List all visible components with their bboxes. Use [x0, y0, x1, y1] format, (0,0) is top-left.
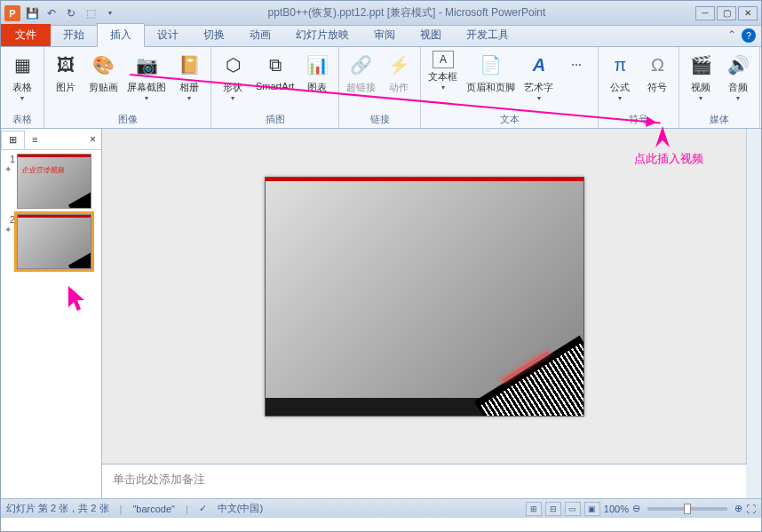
group-images: 🖼图片 🎨剪贴画 📷屏幕截图▾ 📔相册▾ 图像 — [44, 47, 211, 128]
group-label: 链接 — [343, 111, 417, 128]
annotation-cursor-1 — [67, 284, 88, 313]
barcode-graphic — [473, 335, 583, 416]
tab-developer[interactable]: 开发工具 — [454, 24, 521, 46]
zoom-slider[interactable] — [647, 507, 727, 511]
outline-tab[interactable]: ≡ — [25, 131, 44, 147]
chevron-down-icon: ▾ — [736, 94, 740, 102]
hyperlink-icon: 🔗 — [347, 51, 376, 79]
headerfooter-button[interactable]: 📄页眉和页脚 — [463, 49, 519, 96]
animation-icon: ✦ — [4, 225, 17, 234]
status-slide: 幻灯片 第 2 张，共 2 张 — [6, 502, 109, 515]
panel-tabs: ⊞ ≡ × — [1, 129, 101, 150]
thumb-row[interactable]: 2✦ — [4, 214, 98, 269]
clipart-button[interactable]: 🎨剪贴画 — [85, 49, 122, 96]
chevron-down-icon: ▾ — [231, 94, 234, 102]
vertical-scrollbar[interactable] — [746, 129, 761, 465]
group-media: 🎬视频▾ 🔊音频▾ 媒体 — [679, 47, 760, 128]
equation-button[interactable]: π公式▾ — [602, 49, 638, 104]
tab-design[interactable]: 设计 — [145, 24, 191, 46]
thumb-1[interactable]: 企业宣传视频 — [17, 154, 91, 209]
slide-editor[interactable] — [102, 129, 746, 465]
help-area: ⌃ ? — [727, 28, 756, 43]
video-button[interactable]: 🎬视频▾ — [683, 49, 718, 104]
status-lang[interactable]: 中文(中国) — [218, 502, 263, 515]
chevron-down-icon: ▾ — [20, 94, 24, 102]
statusbar: 幻灯片 第 2 张，共 2 张 | "barcode" | ✓ 中文(中国) ⊞… — [1, 498, 761, 518]
window-title: pptB0++(恢复).ppt12.ppt [兼容模式] - Microsoft… — [118, 5, 695, 20]
zoom-in-button[interactable]: ⊕ — [734, 503, 742, 514]
equation-icon: π — [606, 51, 634, 79]
tab-animation[interactable]: 动画 — [237, 24, 283, 46]
spellcheck-icon[interactable]: ✓ — [199, 503, 207, 514]
wordart-button[interactable]: A艺术字▾ — [520, 49, 557, 104]
chevron-down-icon: ▾ — [441, 83, 445, 91]
shapes-icon: ⬡ — [218, 51, 247, 79]
chart-icon: 📊 — [303, 51, 331, 79]
thumb-number: 2 — [4, 214, 17, 225]
titlebar: P 💾 ↶ ↻ ⬚ ▾ pptB0++(恢复).ppt12.ppt [兼容模式]… — [1, 1, 761, 26]
tab-view[interactable]: 视图 — [408, 24, 454, 46]
hyperlink-button: 🔗超链接 — [343, 49, 379, 96]
animation-icon: ✦ — [4, 164, 17, 174]
zoom-out-button[interactable]: ⊖ — [632, 503, 640, 514]
reading-view-button[interactable]: ▭ — [565, 502, 581, 516]
slideshow-view-button[interactable]: ▣ — [584, 502, 600, 516]
table-button[interactable]: ▦表格▾ — [4, 49, 40, 104]
headerfooter-icon: 📄 — [477, 51, 505, 79]
panel-close[interactable]: × — [84, 133, 101, 146]
ribbon-minimize-icon[interactable]: ⌃ — [727, 28, 736, 43]
maximize-button[interactable]: ▢ — [717, 6, 736, 20]
album-button[interactable]: 📔相册▾ — [171, 49, 207, 104]
group-label: 媒体 — [683, 111, 756, 128]
picture-icon: 🖼 — [52, 51, 80, 79]
close-button[interactable]: ✕ — [738, 6, 758, 20]
notes-pane[interactable]: 单击此处添加备注 — [102, 465, 761, 498]
tab-insert[interactable]: 插入 — [97, 23, 145, 47]
tab-file[interactable]: 文件 — [1, 24, 51, 46]
slide-panel: ⊞ ≡ × 1✦ 企业宣传视频 2✦ — [1, 129, 102, 498]
ribbon-tabs: 文件 开始 插入 设计 切换 动画 幻灯片放映 审阅 视图 开发工具 ⌃ ? — [1, 26, 761, 47]
group-label: 插图 — [215, 111, 335, 128]
tab-transition[interactable]: 切换 — [191, 24, 237, 46]
wordart-icon: A — [525, 51, 553, 79]
zoom-level[interactable]: 100% — [604, 504, 629, 514]
shapes-button[interactable]: ⬡形状▾ — [215, 49, 250, 104]
album-icon: 📔 — [175, 51, 203, 79]
slides-tab[interactable]: ⊞ — [1, 131, 25, 149]
help-icon[interactable]: ? — [742, 28, 756, 43]
thumb-row[interactable]: 1✦ 企业宣传视频 — [4, 154, 98, 209]
chevron-down-icon: ▾ — [187, 94, 191, 102]
powerpoint-icon: P — [4, 5, 20, 21]
video-icon: 🎬 — [687, 51, 715, 79]
group-links: 🔗超链接 ⚡动作 链接 — [339, 47, 421, 128]
ribbon: ▦表格▾ 表格 🖼图片 🎨剪贴画 📷屏幕截图▾ 📔相册▾ 图像 ⬡形状▾ ⧉Sm… — [1, 47, 761, 129]
audio-button[interactable]: 🔊音频▾ — [720, 49, 756, 104]
text-more-button[interactable]: ⋯ — [559, 49, 594, 83]
undo-icon[interactable]: ↶ — [44, 5, 60, 21]
picture-button[interactable]: 🖼图片 — [48, 49, 83, 96]
tab-home[interactable]: 开始 — [51, 24, 97, 46]
textbox-button[interactable]: A文本框▾ — [425, 49, 461, 93]
smartart-icon: ⧉ — [261, 51, 290, 79]
quick-access-toolbar: 💾 ↶ ↻ ⬚ ▾ — [24, 5, 118, 21]
minimize-button[interactable]: ─ — [695, 6, 715, 20]
save-icon[interactable]: 💾 — [24, 5, 40, 21]
thumbnails: 1✦ 企业宣传视频 2✦ — [1, 150, 101, 278]
tab-slideshow[interactable]: 幻灯片放映 — [283, 24, 361, 46]
thumb-number: 1 — [4, 154, 17, 164]
slide-canvas[interactable] — [265, 177, 584, 417]
redo-icon[interactable]: ↻ — [63, 5, 79, 21]
normal-view-button[interactable]: ⊞ — [526, 502, 542, 516]
qat-item-icon[interactable]: ⬚ — [83, 5, 99, 21]
qat-dropdown-icon[interactable]: ▾ — [102, 5, 118, 21]
group-label: 表格 — [4, 111, 40, 128]
slide-red-bar — [266, 178, 583, 181]
sorter-view-button[interactable]: ⊟ — [545, 502, 561, 516]
more-icon: ⋯ — [562, 51, 591, 79]
symbol-button[interactable]: Ω符号 — [639, 49, 675, 96]
fit-window-button[interactable]: ⛶ — [746, 504, 756, 514]
thumb-2[interactable] — [17, 214, 91, 269]
tab-review[interactable]: 审阅 — [361, 24, 408, 46]
main-area: 单击此处添加备注 — [102, 129, 761, 498]
action-icon: ⚡ — [385, 51, 413, 79]
